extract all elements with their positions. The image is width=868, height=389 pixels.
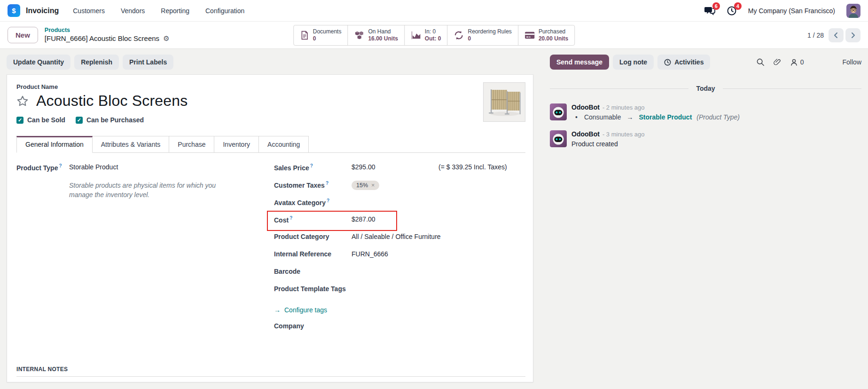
can-be-sold-checkbox[interactable]: ✓ Can be Sold: [16, 116, 65, 124]
send-message-button[interactable]: Send message: [550, 55, 609, 70]
configure-tags-link[interactable]: → Configure tags: [274, 306, 327, 314]
odoobot-avatar[interactable]: [550, 103, 567, 120]
product-image[interactable]: [483, 82, 525, 122]
customer-tax-tag[interactable]: 15% ×: [352, 181, 379, 190]
app-name[interactable]: Invoicing: [26, 7, 59, 15]
stat-value: 0: [313, 35, 342, 42]
stat-button-documents[interactable]: Documents0: [294, 25, 348, 45]
help-icon[interactable]: ?: [310, 163, 313, 168]
top-navbar: $ Invoicing Customers Vendors Reporting …: [0, 0, 868, 22]
help-icon[interactable]: ?: [59, 163, 62, 168]
favorite-star-icon[interactable]: [16, 95, 29, 107]
stat-button-reordering-rules[interactable]: Reordering Rules0: [447, 25, 517, 45]
company-switcher[interactable]: My Company (San Francisco): [748, 7, 835, 15]
tab-purchase[interactable]: Purchase: [169, 136, 214, 153]
print-labels-button[interactable]: Print Labels: [123, 55, 173, 70]
message-author[interactable]: OdooBot: [571, 130, 600, 138]
cost-label: Cost?: [274, 215, 352, 224]
barcode-label: Barcode: [274, 268, 352, 275]
tab-inventory[interactable]: Inventory: [214, 136, 259, 153]
cost-value[interactable]: $287.00: [352, 215, 375, 223]
replenish-button[interactable]: Replenish: [74, 55, 119, 70]
help-icon[interactable]: ?: [327, 198, 329, 203]
internal-notes-header: INTERNAL NOTES: [16, 366, 525, 377]
arrow-right-icon: →: [627, 113, 633, 121]
person-icon: [790, 58, 798, 66]
update-quantity-button[interactable]: Update Quantity: [7, 55, 70, 70]
message-author[interactable]: OdooBot: [571, 103, 600, 111]
internal-reference-label: Internal Reference: [274, 250, 352, 258]
tax-tag-label: 15%: [356, 182, 368, 189]
pager-next-button[interactable]: [845, 28, 860, 42]
search-icon: [756, 58, 765, 66]
help-icon[interactable]: ?: [289, 215, 292, 221]
messages-badge: 6: [712, 2, 720, 10]
activities-menu[interactable]: 4: [727, 6, 737, 16]
product-type-value[interactable]: Storable Product: [69, 163, 118, 171]
configure-tags-label: Configure tags: [284, 306, 327, 314]
checkbox-checked-icon: ✓: [76, 117, 83, 124]
search-messages-button[interactable]: [756, 58, 765, 66]
stat-button-forecasted[interactable]: In: 0Out: 0: [404, 25, 447, 45]
sales-price-value[interactable]: $295.00: [352, 163, 438, 171]
stat-value: 20.00 Units: [539, 35, 568, 42]
chatter-message: OdooBot - 3 minutes ago Product created: [550, 130, 861, 148]
customer-taxes-field: Customer Taxes? 15% ×: [274, 181, 525, 191]
tracking-old-value: Consumable: [584, 113, 621, 121]
breadcrumb-products-link[interactable]: Products: [45, 27, 170, 34]
activities-label: Activities: [674, 58, 704, 66]
menu-vendors[interactable]: Vendors: [121, 7, 145, 15]
credit-card-icon: [524, 31, 535, 40]
stat-value: Out: 0: [425, 35, 441, 42]
breadcrumb: Products [FURN_6666] Acoustic Bloc Scree…: [45, 27, 170, 43]
pager-previous-button[interactable]: [829, 28, 844, 42]
product-type-field: Product Type? Storable Product: [16, 163, 274, 173]
can-be-sold-label: Can be Sold: [27, 116, 65, 124]
followers-button[interactable]: 0: [790, 58, 804, 66]
paperclip-icon: [773, 58, 782, 66]
stat-button-on-hand[interactable]: On Hand16.00 Units: [347, 25, 404, 45]
remove-tag-icon[interactable]: ×: [371, 182, 375, 189]
attachments-button[interactable]: [773, 58, 782, 66]
followers-count: 0: [800, 58, 804, 66]
tab-general-information[interactable]: General Information: [16, 136, 93, 153]
invoicing-app-icon[interactable]: $: [8, 4, 20, 17]
activities-button[interactable]: Activities: [657, 55, 710, 70]
tab-attributes-variants[interactable]: Attributes & Variants: [93, 136, 170, 153]
menu-configuration[interactable]: Configuration: [205, 7, 244, 15]
log-note-button[interactable]: Log note: [613, 55, 654, 70]
product-category-label: Product Category: [274, 233, 352, 240]
document-icon: [300, 30, 309, 40]
product-category-value[interactable]: All / Saleable / Office Furniture: [352, 233, 441, 240]
chatter-toolbar: Send message Log note Activities 0: [550, 55, 861, 70]
arrow-right-icon: →: [274, 306, 281, 314]
stat-label: On Hand: [368, 28, 398, 35]
new-button[interactable]: New: [8, 27, 38, 43]
menu-reporting[interactable]: Reporting: [161, 7, 189, 15]
tracking-change: • Consumable → Storable Product (Product…: [571, 113, 740, 121]
follow-button[interactable]: Follow: [843, 58, 861, 66]
template-tags-label: Product Template Tags: [274, 285, 352, 293]
cost-field: Cost? $287.00: [274, 215, 525, 225]
product-type-help-text: Storable products are physical items for…: [69, 181, 234, 199]
user-avatar[interactable]: [846, 4, 860, 18]
pager: 1 / 28: [807, 28, 860, 42]
gear-icon[interactable]: ⚙: [163, 34, 169, 43]
product-title[interactable]: Acoustic Bloc Screens: [36, 92, 188, 110]
chatter-message: OdooBot - 2 minutes ago • Consumable → S…: [550, 103, 861, 121]
tab-accounting[interactable]: Accounting: [259, 136, 309, 153]
can-be-purchased-checkbox[interactable]: ✓ Can be Purchased: [76, 116, 144, 124]
acoustic-screens-picture: [484, 83, 525, 121]
menu-customers[interactable]: Customers: [73, 7, 105, 15]
messages-menu[interactable]: 6: [704, 6, 715, 16]
stat-button-purchased[interactable]: Purchased20.00 Units: [518, 25, 574, 45]
odoobot-avatar[interactable]: [550, 130, 567, 147]
date-divider: Today: [550, 85, 861, 92]
help-icon[interactable]: ?: [326, 181, 328, 186]
internal-reference-value[interactable]: FURN_6666: [352, 250, 388, 258]
message-time: - 3 minutes ago: [602, 131, 645, 138]
main-menu: Customers Vendors Reporting Configuratio…: [73, 7, 244, 15]
notebook-tabs: General Information Attributes & Variant…: [16, 136, 525, 153]
product-type-label: Product Type?: [16, 163, 69, 172]
control-panel: New Products [FURN_6666] Acoustic Bloc S…: [0, 22, 868, 49]
